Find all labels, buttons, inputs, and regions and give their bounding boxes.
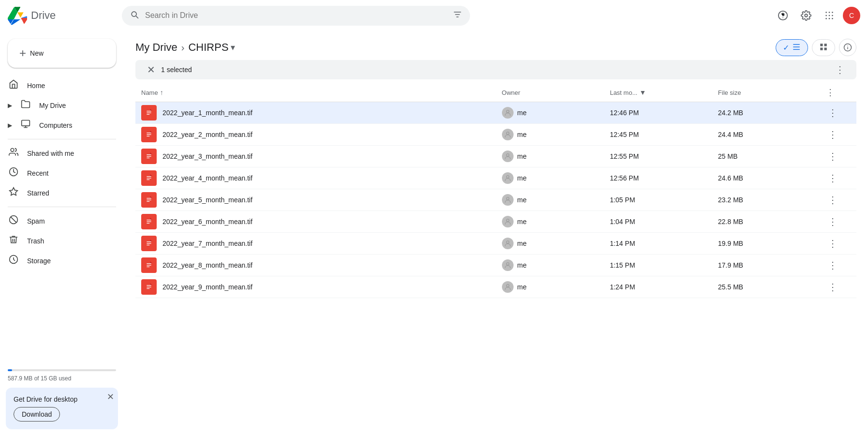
svg-point-41 [506,285,509,287]
sidebar-item-spam[interactable]: Spam [0,211,116,231]
search-input[interactable] [145,11,447,20]
file-name: 2022_year_9_month_mean.tif [162,283,252,291]
svg-point-9 [829,18,830,19]
file-more-button[interactable]: ⋮ [826,170,839,186]
sidebar-nav: Home ▶ My Drive ▶ Computers [0,75,124,362]
table-row[interactable]: 2022_year_8_month_mean.tif me 1:15 PM 17… [135,255,856,276]
promo-close-button[interactable]: ✕ [107,392,114,402]
list-view-icon [792,43,801,53]
table-row[interactable]: 2022_year_5_month_mean.tif me 1:05 PM 23… [135,189,856,211]
col-header-owner[interactable]: Owner [496,83,604,102]
sidebar-recent-label: Recent [27,169,48,177]
apps-button[interactable] [820,6,839,25]
info-button[interactable] [839,39,856,56]
sidebar-item-home[interactable]: Home [0,75,116,95]
file-owner: me [517,174,527,182]
file-more-button[interactable]: ⋮ [826,149,839,164]
sidebar-item-shared[interactable]: Shared with me [0,143,116,163]
selection-clear-button[interactable]: ✕ [147,64,155,75]
file-filesize: 24.6 MB [712,167,821,189]
svg-point-25 [506,110,509,113]
file-more-button[interactable]: ⋮ [826,236,839,251]
file-icon [141,170,157,186]
file-actions-cell: ⋮ [820,102,856,124]
my-drive-toggle-icon: ▶ [8,102,12,109]
svg-rect-17 [820,44,823,46]
file-more-button[interactable]: ⋮ [826,279,839,295]
sidebar-item-storage[interactable]: Storage [0,251,116,271]
svg-rect-18 [824,44,827,46]
file-more-button[interactable]: ⋮ [826,214,839,229]
col-header-actions[interactable]: ⋮ [820,83,856,102]
search-filter-icon[interactable] [453,10,462,22]
file-owner-cell: me [496,255,604,276]
col-header-name[interactable]: Name ↑ [135,83,496,102]
breadcrumb-current-label: CHIRPS [188,41,228,54]
file-owner-cell: me [496,167,604,189]
sidebar-trash-label: Trash [27,237,44,245]
table-row[interactable]: 2022_year_9_month_mean.tif me 1:24 PM 25… [135,276,856,298]
svg-point-27 [506,132,509,135]
sidebar-item-computers[interactable]: ▶ Computers [0,115,116,135]
sidebar-item-recent[interactable]: Recent [0,163,116,183]
settings-button[interactable] [796,6,816,25]
sidebar-item-trash[interactable]: Trash [0,231,116,251]
breadcrumb-current[interactable]: CHIRPS ▾ [188,41,235,54]
list-view-button[interactable]: ✓ [776,39,808,56]
sidebar-item-starred[interactable]: Starred [0,183,116,203]
promo-title: Get Drive for desktop [14,395,110,403]
selection-more-button[interactable]: ⋮ [835,64,845,75]
file-lastmod: 1:15 PM [604,255,712,276]
svg-point-2 [825,12,827,13]
file-name: 2022_year_4_month_mean.tif [162,174,252,182]
selection-count: 1 selected [161,66,829,74]
file-actions-cell: ⋮ [820,255,856,276]
drive-logo-icon [8,6,27,25]
sidebar-computers-label: Computers [39,121,72,129]
new-button[interactable]: + New [8,39,116,68]
col-owner-label: Owner [502,89,520,96]
svg-marker-14 [10,188,18,196]
owner-avatar [502,216,514,227]
avatar[interactable]: C [843,7,860,24]
breadcrumb-root[interactable]: My Drive [135,41,177,54]
grid-view-button[interactable] [812,39,835,56]
app-title: Drive [31,9,56,22]
file-lastmod: 1:05 PM [604,189,712,211]
file-owner: me [517,131,527,138]
sidebar-item-my-drive[interactable]: ▶ My Drive [0,95,116,115]
col-header-filesize[interactable]: File size [712,83,821,102]
content-area: My Drive › CHIRPS ▾ ✓ [124,31,868,437]
col-lastmod-label: Last mo... [610,89,637,96]
storage-bar-fill [8,369,12,371]
svg-point-5 [825,15,827,16]
col-more-button[interactable]: ⋮ [826,87,835,98]
owner-avatar [502,238,514,249]
file-icon [141,236,157,251]
file-lastmod: 12:56 PM [604,167,712,189]
file-more-button[interactable]: ⋮ [826,192,839,208]
svg-point-37 [506,241,509,243]
starred-icon [8,187,19,199]
file-filesize: 22.8 MB [712,211,821,233]
logo-area: Drive [8,6,114,25]
col-header-lastmod[interactable]: Last mo... ▼ [604,83,712,102]
file-owner-cell: me [496,233,604,255]
table-row[interactable]: 2022_year_6_month_mean.tif me 1:04 PM 22… [135,211,856,233]
search-bar[interactable] [122,6,470,26]
table-row[interactable]: 2022_year_4_month_mean.tif me 12:56 PM 2… [135,167,856,189]
table-row[interactable]: 2022_year_2_month_mean.tif me 12:45 PM 2… [135,124,856,146]
content-header: My Drive › CHIRPS ▾ ✓ [124,31,868,60]
file-icon [141,149,157,164]
promo-download-button[interactable]: Download [14,407,60,422]
file-owner: me [517,109,527,117]
file-more-button[interactable]: ⋮ [826,105,839,121]
table-row[interactable]: 2022_year_1_month_mean.tif me 12:46 PM 2… [135,102,856,124]
table-row[interactable]: 2022_year_7_month_mean.tif me 1:14 PM 19… [135,233,856,255]
table-row[interactable]: 2022_year_3_month_mean.tif me 12:55 PM 2… [135,146,856,167]
col-name-label: Name [141,89,158,96]
file-more-button[interactable]: ⋮ [826,257,839,273]
help-button[interactable] [773,6,793,25]
owner-avatar [502,107,514,119]
file-more-button[interactable]: ⋮ [826,127,839,142]
